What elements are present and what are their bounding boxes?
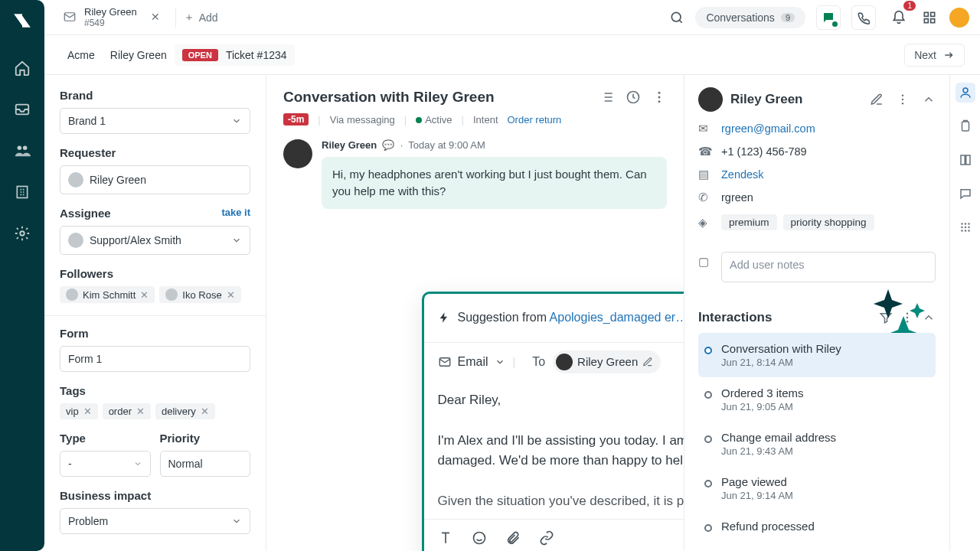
breadcrumb-org[interactable]: Acme [60,44,103,66]
interaction-item[interactable]: Page viewedJun 21, 9:14 AM [698,466,936,510]
tag-chip[interactable]: delivery✕ [155,403,215,419]
attachment-icon[interactable] [505,530,521,546]
tab-subtitle: #549 [84,18,137,28]
remove-icon[interactable]: ✕ [227,289,235,301]
chat-icon[interactable] [956,184,975,204]
next-button[interactable]: Next [904,44,965,67]
building-icon: ▤ [698,168,712,181]
close-icon[interactable]: ✕ [151,11,160,23]
book-icon[interactable] [956,150,975,170]
inbox-icon[interactable] [12,99,32,119]
recipient-chip[interactable]: Riley Green [553,350,661,373]
impact-label: Business impact [60,489,250,502]
tag-chip[interactable]: vip✕ [60,403,98,419]
user-notes-input[interactable]: Add user notes [721,252,936,282]
svg-point-22 [906,321,908,322]
remove-icon[interactable]: ✕ [140,289,149,301]
home-icon[interactable] [12,58,32,78]
topbar: Riley Green #549 ✕ ＋Add Conversations 9 … [44,0,980,35]
link-icon[interactable] [539,530,554,546]
chevron-up-icon[interactable] [922,311,936,324]
context-rail [949,75,980,551]
clipboard-icon[interactable] [956,116,975,136]
handle-value: rgreen [721,191,753,204]
to-label: To [532,355,545,369]
settings-icon[interactable] [12,223,32,243]
conversations-pill[interactable]: Conversations 9 [695,7,805,28]
impact-select[interactable]: Problem [60,508,250,534]
breadcrumb-user[interactable]: Riley Green [103,44,175,66]
apps-icon[interactable] [922,10,937,25]
assignee-select[interactable]: Support/Alex Smith [60,226,250,255]
overflow-icon[interactable] [900,311,914,324]
svg-point-17 [902,95,903,96]
interaction-item[interactable]: Refund processed [698,510,936,542]
tab[interactable]: Riley Green #549 ✕ [54,3,169,32]
user-avatar[interactable] [948,6,971,29]
status-label: Active [416,114,452,126]
breadcrumb-row: Acme Riley Green OPEN Ticket #1234 Next [44,35,980,75]
svg-point-29 [964,227,965,228]
composer-body[interactable]: Dear Riley, I'm Alex and I'll be assisti… [424,381,685,511]
overflow-icon[interactable] [896,93,910,106]
bolt-icon [438,311,450,324]
user-tag[interactable]: premium [721,214,777,230]
svg-rect-24 [962,122,969,131]
filter-icon[interactable] [879,311,893,324]
via-label: Via messaging [330,114,395,126]
take-it-link[interactable]: take it [221,207,250,218]
svg-point-6 [672,12,681,21]
priority-select[interactable]: Normal [160,451,251,477]
email-link[interactable]: rgreen@gmail.com [721,122,815,135]
phone-icon[interactable] [851,5,876,30]
svg-point-13 [658,96,661,99]
list-icon[interactable] [599,90,615,105]
bell-icon[interactable]: 1 [887,5,911,30]
follower-chip[interactable]: Kim Schmitt✕ [60,286,155,303]
priority-label: Priority [160,432,251,445]
intent-link[interactable]: Order return [508,114,562,126]
email-icon: ✉ [698,122,712,135]
grid-icon[interactable] [956,217,975,237]
interaction-item[interactable]: Conversation with RileyJun 21, 8:14 AM [698,333,936,377]
interaction-item[interactable]: Change email addressJun 21, 9:43 AM [698,422,936,466]
svg-point-12 [658,92,661,94]
channel-select[interactable]: Email [438,355,505,369]
brand-select[interactable]: Brand 1 [60,108,250,134]
chat-icon[interactable] [816,5,841,30]
user-icon[interactable] [956,83,975,103]
edit-icon[interactable] [870,93,884,106]
brand-label: Brand [60,89,250,102]
text-format-icon[interactable] [438,530,453,546]
type-select[interactable]: - [60,451,151,477]
chevron-up-icon[interactable] [922,93,936,106]
macro-link[interactable]: Apologies_damaged er… [550,311,684,324]
emoji-icon[interactable] [472,530,487,546]
whatsapp-icon: ✆ [698,191,712,204]
profile-avatar [698,87,723,112]
suggestion-text: Suggestion from Apologies_damaged er… [458,311,685,324]
interaction-item[interactable]: Ordered 3 itemsJun 21, 9:05 AM [698,377,936,422]
svg-point-31 [961,230,962,231]
breadcrumb-ticket[interactable]: OPEN Ticket #1234 [175,44,295,66]
search-icon[interactable] [669,10,684,25]
add-tab-button[interactable]: ＋Add [175,8,226,28]
svg-point-25 [961,223,962,224]
tag-chip[interactable]: order✕ [103,403,151,419]
company-link[interactable]: Zendesk [721,168,764,181]
conversation-title: Conversation with Riley Green [283,89,592,106]
type-label: Type [60,432,151,445]
tab-title: Riley Green [84,6,137,18]
follower-chip[interactable]: Iko Rose✕ [159,286,240,303]
history-icon[interactable] [626,90,641,105]
user-tag[interactable]: priority shopping [783,214,874,230]
requester-select[interactable]: Riley Green [60,165,250,194]
org-icon[interactable] [12,182,32,202]
overflow-icon[interactable] [652,90,667,105]
interactions-title: Interactions [698,310,871,325]
message-header: Riley Green 💬 · Today at 9:00 AM [322,139,667,151]
form-select[interactable]: Form 1 [60,346,250,372]
note-icon: ▢ [698,256,712,268]
customers-icon[interactable] [12,141,32,161]
requester-label: Requester [60,146,250,159]
